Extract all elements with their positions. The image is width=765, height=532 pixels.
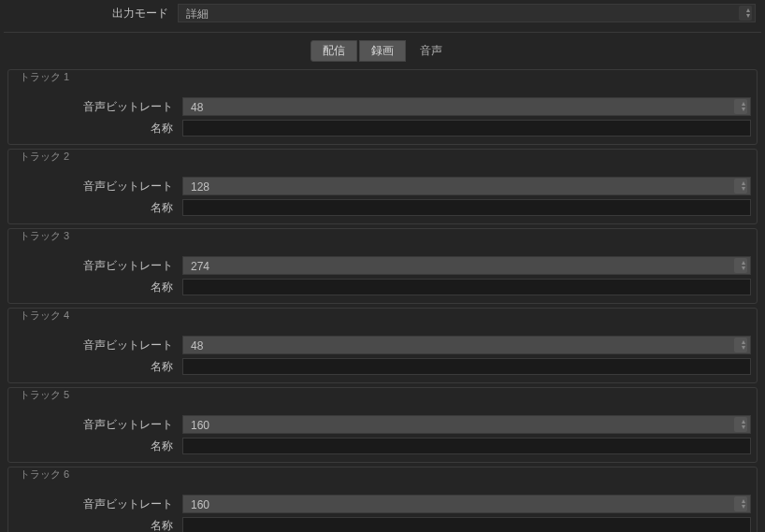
bitrate-select[interactable]: 128 (182, 177, 751, 195)
track-group-2: トラック 2音声ビットレート128▴▾名称 (7, 149, 758, 224)
name-input-wrapper (182, 358, 751, 375)
bitrate-label: 音声ビットレート (14, 99, 182, 115)
name-input-wrapper (182, 120, 751, 137)
name-input-wrapper (182, 199, 751, 216)
track-name-row: 名称 (8, 436, 757, 456)
bitrate-select[interactable]: 160 (182, 495, 751, 513)
bitrate-label: 音声ビットレート (14, 258, 182, 274)
track-bitrate-row: 音声ビットレート274▴▾ (8, 254, 757, 277)
output-mode-select[interactable]: 詳細 (178, 4, 756, 22)
track-title: トラック 4 (8, 307, 757, 332)
name-label: 名称 (14, 200, 182, 216)
name-input-wrapper (182, 279, 751, 295)
track-bitrate-row: 音声ビットレート48▴▾ (8, 334, 757, 356)
name-label: 名称 (14, 439, 182, 454)
name-input[interactable] (182, 279, 751, 295)
bitrate-select[interactable]: 48 (182, 336, 751, 354)
track-group-4: トラック 4音声ビットレート48▴▾名称 (7, 308, 758, 383)
bitrate-select-wrapper: 48▴▾ (182, 336, 751, 354)
track-group-1: トラック 1音声ビットレート48▴▾名称 (7, 69, 758, 145)
tracks-container: トラック 1音声ビットレート48▴▾名称トラック 2音声ビットレート128▴▾名… (0, 69, 765, 532)
name-input[interactable] (182, 120, 751, 137)
bitrate-select-wrapper: 160▴▾ (182, 415, 751, 434)
bitrate-label: 音声ビットレート (14, 179, 182, 194)
track-title: トラック 6 (8, 466, 757, 491)
track-title: トラック 5 (8, 386, 757, 411)
bitrate-select-wrapper: 274▴▾ (182, 256, 751, 275)
track-group-6: トラック 6音声ビットレート160▴▾名称 (7, 467, 758, 532)
name-input[interactable] (182, 438, 751, 454)
output-mode-label: 出力モード (9, 6, 178, 22)
track-name-row: 名称 (8, 277, 757, 297)
track-bitrate-row: 音声ビットレート128▴▾ (8, 175, 757, 197)
tab-audio[interactable]: 音声 (408, 40, 455, 62)
bitrate-select[interactable]: 48 (182, 97, 751, 116)
name-input-wrapper (182, 438, 751, 454)
track-group-3: トラック 3音声ビットレート274▴▾名称 (7, 228, 758, 304)
track-title: トラック 1 (8, 68, 757, 93)
bitrate-label: 音声ビットレート (14, 417, 182, 433)
track-title: トラック 2 (8, 148, 757, 173)
track-title: トラック 3 (8, 227, 757, 252)
bitrate-select-wrapper: 128▴▾ (182, 177, 751, 195)
name-label: 名称 (14, 518, 182, 533)
track-bitrate-row: 音声ビットレート48▴▾ (8, 95, 757, 118)
tab-recording[interactable]: 録画 (359, 40, 406, 62)
track-name-row: 名称 (8, 356, 757, 377)
bitrate-label: 音声ビットレート (14, 338, 182, 353)
tab-row: 配信 録画 音声 (0, 33, 765, 69)
name-input[interactable] (182, 358, 751, 375)
name-label: 名称 (14, 121, 182, 137)
name-input[interactable] (182, 517, 751, 532)
track-group-5: トラック 5音声ビットレート160▴▾名称 (7, 387, 758, 463)
name-input-wrapper (182, 517, 751, 532)
track-bitrate-row: 音声ビットレート160▴▾ (8, 493, 757, 515)
output-mode-row: 出力モード 詳細 ▴▾ (0, 0, 765, 32)
name-label: 名称 (14, 359, 182, 375)
track-name-row: 名称 (8, 197, 757, 218)
bitrate-select-wrapper: 160▴▾ (182, 495, 751, 513)
track-bitrate-row: 音声ビットレート160▴▾ (8, 413, 757, 436)
track-name-row: 名称 (8, 118, 757, 138)
name-label: 名称 (14, 280, 182, 295)
bitrate-select[interactable]: 274 (182, 256, 751, 275)
track-name-row: 名称 (8, 515, 757, 532)
name-input[interactable] (182, 199, 751, 216)
output-mode-select-wrapper: 詳細 ▴▾ (178, 4, 756, 22)
bitrate-select[interactable]: 160 (182, 415, 751, 434)
bitrate-select-wrapper: 48▴▾ (182, 97, 751, 116)
bitrate-label: 音声ビットレート (14, 496, 182, 512)
tab-streaming[interactable]: 配信 (310, 40, 357, 62)
